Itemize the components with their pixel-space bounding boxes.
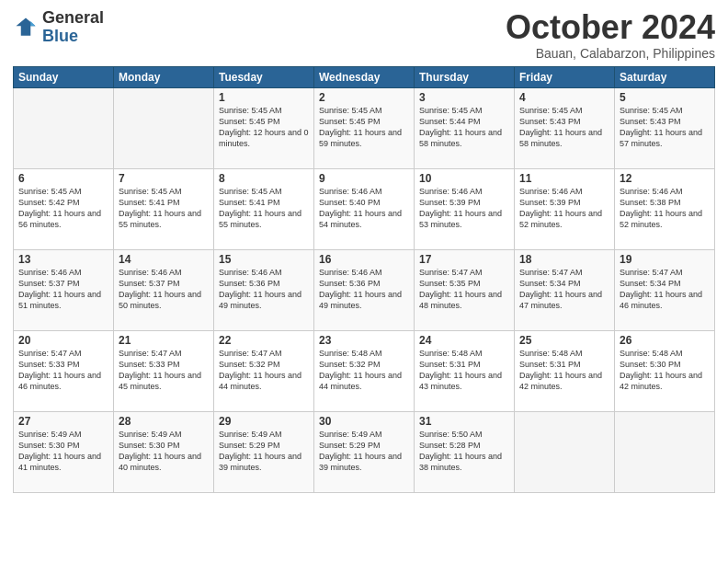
day-cell-0-6: 5Sunrise: 5:45 AM Sunset: 5:43 PM Daylig… — [615, 87, 715, 168]
day-number: 31 — [419, 415, 509, 428]
day-cell-2-5: 18Sunrise: 5:47 AM Sunset: 5:34 PM Dayli… — [515, 249, 615, 330]
day-info: Sunrise: 5:45 AM Sunset: 5:41 PM Dayligh… — [119, 186, 209, 231]
day-info: Sunrise: 5:47 AM Sunset: 5:33 PM Dayligh… — [119, 348, 209, 393]
day-number: 21 — [119, 334, 209, 347]
day-cell-0-4: 3Sunrise: 5:45 AM Sunset: 5:44 PM Daylig… — [415, 87, 515, 168]
day-number: 14 — [119, 253, 209, 266]
day-cell-1-4: 10Sunrise: 5:46 AM Sunset: 5:39 PM Dayli… — [415, 168, 515, 249]
day-cell-1-5: 11Sunrise: 5:46 AM Sunset: 5:39 PM Dayli… — [515, 168, 615, 249]
week-row-3: 13Sunrise: 5:46 AM Sunset: 5:37 PM Dayli… — [14, 249, 715, 330]
day-cell-3-5: 25Sunrise: 5:48 AM Sunset: 5:31 PM Dayli… — [515, 330, 615, 411]
day-info: Sunrise: 5:46 AM Sunset: 5:36 PM Dayligh… — [319, 267, 409, 312]
week-row-1: 1Sunrise: 5:45 AM Sunset: 5:45 PM Daylig… — [14, 87, 715, 168]
day-info: Sunrise: 5:47 AM Sunset: 5:33 PM Dayligh… — [18, 348, 108, 393]
svg-marker-0 — [17, 17, 36, 35]
day-info: Sunrise: 5:45 AM Sunset: 5:45 PM Dayligh… — [319, 105, 409, 150]
day-cell-4-2: 29Sunrise: 5:49 AM Sunset: 5:29 PM Dayli… — [214, 411, 314, 492]
day-cell-4-0: 27Sunrise: 5:49 AM Sunset: 5:30 PM Dayli… — [14, 411, 114, 492]
day-info: Sunrise: 5:47 AM Sunset: 5:34 PM Dayligh… — [620, 267, 710, 312]
day-info: Sunrise: 5:46 AM Sunset: 5:37 PM Dayligh… — [18, 267, 108, 312]
day-cell-4-6 — [615, 411, 715, 492]
day-number: 11 — [519, 172, 609, 185]
day-cell-2-1: 14Sunrise: 5:46 AM Sunset: 5:37 PM Dayli… — [114, 249, 214, 330]
header-sunday: Sunday — [14, 66, 114, 87]
week-row-4: 20Sunrise: 5:47 AM Sunset: 5:33 PM Dayli… — [14, 330, 715, 411]
day-number: 13 — [18, 253, 108, 266]
day-cell-2-2: 15Sunrise: 5:46 AM Sunset: 5:36 PM Dayli… — [214, 249, 314, 330]
day-cell-4-5 — [515, 411, 615, 492]
day-number: 28 — [119, 415, 209, 428]
calendar-table: Sunday Monday Tuesday Wednesday Thursday… — [13, 66, 715, 493]
day-info: Sunrise: 5:45 AM Sunset: 5:41 PM Dayligh… — [219, 186, 309, 231]
day-info: Sunrise: 5:45 AM Sunset: 5:45 PM Dayligh… — [219, 105, 309, 150]
day-number: 7 — [119, 172, 209, 185]
day-info: Sunrise: 5:45 AM Sunset: 5:43 PM Dayligh… — [519, 105, 609, 150]
day-cell-2-6: 19Sunrise: 5:47 AM Sunset: 5:34 PM Dayli… — [615, 249, 715, 330]
day-number: 12 — [620, 172, 710, 185]
day-number: 4 — [519, 91, 609, 104]
day-number: 16 — [319, 253, 409, 266]
day-number: 22 — [219, 334, 309, 347]
header: General Blue October 2024 Bauan, Calabar… — [13, 9, 715, 61]
day-info: Sunrise: 5:47 AM Sunset: 5:35 PM Dayligh… — [419, 267, 509, 312]
day-number: 26 — [620, 334, 710, 347]
header-saturday: Saturday — [615, 66, 715, 87]
day-cell-3-3: 23Sunrise: 5:48 AM Sunset: 5:32 PM Dayli… — [314, 330, 415, 411]
day-number: 30 — [319, 415, 409, 428]
day-number: 15 — [219, 253, 309, 266]
day-info: Sunrise: 5:46 AM Sunset: 5:39 PM Dayligh… — [419, 186, 509, 231]
header-tuesday: Tuesday — [214, 66, 314, 87]
day-info: Sunrise: 5:45 AM Sunset: 5:42 PM Dayligh… — [18, 186, 108, 231]
header-friday: Friday — [515, 66, 615, 87]
header-monday: Monday — [114, 66, 214, 87]
day-number: 3 — [419, 91, 509, 104]
day-info: Sunrise: 5:45 AM Sunset: 5:43 PM Dayligh… — [620, 105, 710, 150]
day-number: 10 — [419, 172, 509, 185]
day-info: Sunrise: 5:50 AM Sunset: 5:28 PM Dayligh… — [419, 429, 509, 474]
day-info: Sunrise: 5:48 AM Sunset: 5:32 PM Dayligh… — [319, 348, 409, 393]
day-cell-2-0: 13Sunrise: 5:46 AM Sunset: 5:37 PM Dayli… — [14, 249, 114, 330]
week-row-5: 27Sunrise: 5:49 AM Sunset: 5:30 PM Dayli… — [14, 411, 715, 492]
day-number: 8 — [219, 172, 309, 185]
day-cell-1-0: 6Sunrise: 5:45 AM Sunset: 5:42 PM Daylig… — [14, 168, 114, 249]
day-cell-0-1 — [114, 87, 214, 168]
day-info: Sunrise: 5:46 AM Sunset: 5:36 PM Dayligh… — [219, 267, 309, 312]
page: General Blue October 2024 Bauan, Calabar… — [0, 0, 728, 563]
location-subtitle: Bauan, Calabarzon, Philippines — [506, 46, 715, 61]
day-number: 27 — [18, 415, 108, 428]
day-number: 24 — [419, 334, 509, 347]
day-info: Sunrise: 5:49 AM Sunset: 5:30 PM Dayligh… — [18, 429, 108, 474]
header-row: Sunday Monday Tuesday Wednesday Thursday… — [14, 66, 715, 87]
calendar-header: Sunday Monday Tuesday Wednesday Thursday… — [14, 66, 715, 87]
day-cell-3-6: 26Sunrise: 5:48 AM Sunset: 5:30 PM Dayli… — [615, 330, 715, 411]
week-row-2: 6Sunrise: 5:45 AM Sunset: 5:42 PM Daylig… — [14, 168, 715, 249]
day-cell-3-1: 21Sunrise: 5:47 AM Sunset: 5:33 PM Dayli… — [114, 330, 214, 411]
day-cell-1-2: 8Sunrise: 5:45 AM Sunset: 5:41 PM Daylig… — [214, 168, 314, 249]
day-cell-0-0 — [14, 87, 114, 168]
logo-icon — [13, 15, 39, 40]
day-cell-3-2: 22Sunrise: 5:47 AM Sunset: 5:32 PM Dayli… — [214, 330, 314, 411]
day-cell-4-4: 31Sunrise: 5:50 AM Sunset: 5:28 PM Dayli… — [415, 411, 515, 492]
day-info: Sunrise: 5:46 AM Sunset: 5:38 PM Dayligh… — [620, 186, 710, 231]
day-cell-2-3: 16Sunrise: 5:46 AM Sunset: 5:36 PM Dayli… — [314, 249, 415, 330]
day-number: 18 — [519, 253, 609, 266]
logo-general-text: General — [42, 9, 104, 28]
logo-text: General Blue — [42, 9, 104, 46]
day-cell-1-3: 9Sunrise: 5:46 AM Sunset: 5:40 PM Daylig… — [314, 168, 415, 249]
day-cell-0-3: 2Sunrise: 5:45 AM Sunset: 5:45 PM Daylig… — [314, 87, 415, 168]
day-number: 6 — [18, 172, 108, 185]
day-cell-3-4: 24Sunrise: 5:48 AM Sunset: 5:31 PM Dayli… — [415, 330, 515, 411]
header-wednesday: Wednesday — [314, 66, 415, 87]
month-title: October 2024 — [506, 9, 715, 46]
day-cell-1-1: 7Sunrise: 5:45 AM Sunset: 5:41 PM Daylig… — [114, 168, 214, 249]
day-number: 17 — [419, 253, 509, 266]
day-cell-4-1: 28Sunrise: 5:49 AM Sunset: 5:30 PM Dayli… — [114, 411, 214, 492]
day-info: Sunrise: 5:47 AM Sunset: 5:34 PM Dayligh… — [519, 267, 609, 312]
day-info: Sunrise: 5:46 AM Sunset: 5:40 PM Dayligh… — [319, 186, 409, 231]
day-number: 5 — [620, 91, 710, 104]
header-thursday: Thursday — [415, 66, 515, 87]
day-number: 23 — [319, 334, 409, 347]
day-cell-2-4: 17Sunrise: 5:47 AM Sunset: 5:35 PM Dayli… — [415, 249, 515, 330]
day-cell-0-5: 4Sunrise: 5:45 AM Sunset: 5:43 PM Daylig… — [515, 87, 615, 168]
day-number: 29 — [219, 415, 309, 428]
